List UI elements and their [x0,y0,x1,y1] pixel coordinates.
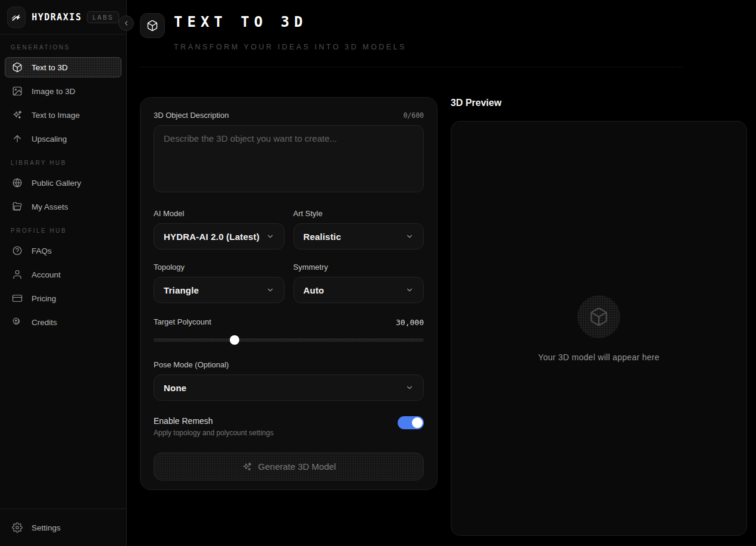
ai-model-field: AI Model HYDRA-AI 2.0 (Latest) [154,209,285,249]
brand-header: HYDRAXIS LABS [0,0,126,35]
page-header-icon [140,13,165,38]
help-circle-icon [12,245,23,256]
page-subtitle: TRANSFORM YOUR IDEAS INTO 3D MODELS [174,43,407,51]
chevron-left-icon [123,20,130,27]
remesh-toggle-knob[interactable] [412,417,423,428]
sidebar-item-label: Upscaling [32,135,67,143]
brand-name: HYDRAXIS [32,12,82,23]
preview-title: 3D Preview [451,97,747,109]
symmetry-value: Auto [304,285,324,295]
sidebar-item-settings[interactable]: Settings [5,517,121,538]
polycount-slider[interactable] [154,335,424,345]
cube-icon [12,62,23,73]
sidebar-item-label: Settings [32,523,61,532]
user-icon [12,269,23,280]
sidebar-item-label: Text to Image [32,111,80,120]
symmetry-select[interactable]: Auto [293,277,424,303]
description-input[interactable] [154,125,424,192]
polycount-label: Target Polycount [154,317,211,327]
credit-card-icon [12,293,23,304]
sidebar-item-label: My Assets [32,202,68,211]
cube-icon [146,20,158,32]
ai-model-select[interactable]: HYDRA-AI 2.0 (Latest) [154,223,285,249]
nav-section-library-hub: LIBRARY HUB [11,160,115,167]
sidebar-item-label: FAQs [32,247,52,255]
app-root: HYDRAXIS LABS GENERATIONS Text to 3D Ima… [0,0,756,546]
preview-placeholder-circle [577,295,620,338]
sidebar-item-my-assets[interactable]: My Assets [5,196,121,217]
arrow-up-icon [12,133,23,144]
sidebar-item-label: Account [32,270,61,279]
pose-mode-select[interactable]: None [154,375,424,401]
art-style-select[interactable]: Realistic [293,223,424,249]
nav-section-profile-hub: PROFILE HUB [11,227,115,235]
sidebar-item-credits[interactable]: Credits [5,312,121,332]
brand-logo[interactable] [7,7,26,28]
sidebar-item-label: Credits [32,318,57,327]
sidebar-item-account[interactable]: Account [5,264,121,285]
pose-mode-field: Pose Mode (Optional) None [154,360,424,401]
image-icon [12,86,23,96]
preview-section: 3D Preview Your 3D model will appear her… [451,97,747,536]
polycount-field: Target Polycount 30,000 [154,317,424,345]
remesh-description: Apply topology and polycount settings [154,429,273,437]
sidebar-item-pricing[interactable]: Pricing [5,288,121,308]
sidebar-item-upscaling[interactable]: Upscaling [5,129,121,149]
topology-select[interactable]: Triangle [154,277,285,303]
polycount-slider-thumb[interactable] [230,335,239,345]
sidebar: HYDRAXIS LABS GENERATIONS Text to 3D Ima… [0,0,127,546]
art-style-value: Realistic [304,232,342,242]
gear-icon [12,522,23,533]
remesh-toggle[interactable] [398,416,424,429]
remesh-text: Enable Remesh Apply topology and polycou… [154,416,273,437]
sidebar-item-faqs[interactable]: FAQs [5,241,121,261]
description-label: 3D Object Description [154,111,229,120]
pose-mode-label: Pose Mode (Optional) [154,360,424,370]
generate-button[interactable]: Generate 3D Model [154,453,424,481]
sparkles-icon [242,461,252,472]
page-title: TEXT TO 3D [174,13,407,31]
topology-field: Topology Triangle [154,263,285,303]
sidebar-item-label: Public Gallery [32,179,81,188]
sparkles-icon [12,110,23,120]
coins-icon [12,317,23,327]
polycount-slider-track[interactable] [154,338,424,342]
comet-icon [11,11,23,23]
art-style-label: Art Style [293,209,424,219]
main-content: TEXT TO 3D TRANSFORM YOUR IDEAS INTO 3D … [127,0,756,546]
preview-panel: Your 3D model will appear here [451,121,747,536]
folder-icon [12,201,23,212]
sidebar-nav: GENERATIONS Text to 3D Image to 3D Text … [0,35,126,508]
nav-section-generations: GENERATIONS [11,44,115,51]
sidebar-item-text-to-3d[interactable]: Text to 3D [5,57,121,77]
sidebar-collapse-button[interactable] [118,15,134,31]
sidebar-item-label: Text to 3D [32,63,68,72]
sidebar-item-label: Pricing [32,294,56,303]
page-header: TEXT TO 3D TRANSFORM YOUR IDEAS INTO 3D … [140,13,747,51]
cube-icon [589,307,609,327]
sidebar-item-public-gallery[interactable]: Public Gallery [5,173,121,193]
pose-mode-value: None [164,383,186,393]
ai-model-value: HYDRA-AI 2.0 (Latest) [164,232,260,242]
chevron-down-icon [405,232,414,241]
topology-value: Triangle [164,285,199,295]
ai-model-label: AI Model [154,209,285,219]
symmetry-field: Symmetry Auto [293,263,424,303]
sidebar-item-text-to-image[interactable]: Text to Image [5,105,121,125]
chevron-down-icon [266,232,274,241]
header-separator [140,67,683,67]
chevron-down-icon [405,286,414,294]
sidebar-item-image-to-3d[interactable]: Image to 3D [5,81,121,101]
remesh-label: Enable Remesh [154,416,273,426]
polycount-value: 30,000 [396,318,424,327]
sidebar-footer: Settings [0,508,126,546]
remesh-field: Enable Remesh Apply topology and polycou… [154,416,424,437]
chevron-down-icon [266,286,274,294]
chevron-down-icon [405,383,414,392]
art-style-field: Art Style Realistic [293,209,424,249]
page-header-text: TEXT TO 3D TRANSFORM YOUR IDEAS INTO 3D … [174,13,407,51]
char-counter: 0/600 [403,111,424,120]
sidebar-item-label: Image to 3D [32,87,76,96]
content-row: 3D Object Description 0/600 AI Model HYD… [140,97,747,536]
topology-label: Topology [154,263,285,272]
